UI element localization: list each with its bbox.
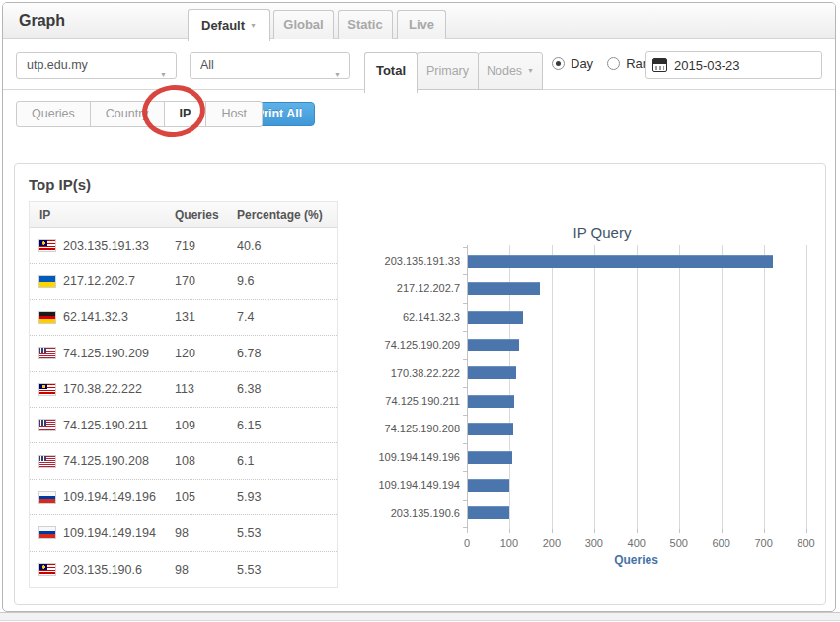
chart-category-label: 74.125.190.208 (364, 415, 460, 442)
calendar-icon (652, 58, 667, 72)
report-panel: Top IP(s) IP Queries Percentage (%) 203.… (14, 163, 826, 605)
chart-bar (468, 423, 513, 435)
page-title: Graph (19, 3, 65, 39)
chart-gridline (679, 245, 680, 529)
x-axis-tick-label: 200 (530, 537, 573, 549)
tab-default-label: Default (201, 18, 245, 33)
y-axis-tick (463, 471, 467, 472)
chevron-down-icon: ▼ (160, 62, 167, 87)
chart-bar (468, 366, 516, 379)
day-radio[interactable] (552, 57, 565, 70)
chart-gridline (806, 245, 807, 529)
chart-gridline (764, 245, 765, 529)
chart-category-label: 217.12.202.7 (364, 274, 460, 302)
x-axis-tick (637, 529, 638, 533)
x-axis-tick (722, 529, 723, 533)
chart-bar (468, 339, 519, 351)
tab-primary[interactable]: Primary (417, 52, 479, 90)
x-axis-tick (467, 529, 468, 533)
x-axis-tick (764, 529, 765, 533)
x-axis-tick-label: 100 (488, 537, 531, 549)
x-axis-tick (594, 529, 595, 533)
x-axis-tick-label: 0 (445, 537, 489, 549)
x-axis-title: Queries (467, 553, 805, 567)
y-axis-tick (463, 331, 467, 332)
chart-category-label: 203.135.191.33 (364, 247, 460, 274)
range-radio[interactable] (607, 57, 620, 70)
y-axis-tick (463, 303, 467, 304)
y-axis-tick (463, 359, 467, 360)
x-axis-tick-label: 800 (785, 537, 828, 549)
chevron-down-icon: ▼ (527, 67, 534, 74)
y-axis-tick (463, 500, 467, 501)
date-value: 2015-03-23 (674, 58, 740, 73)
chart-category-label: 170.38.22.222 (364, 359, 460, 387)
chart-bar (468, 255, 773, 268)
domain-select-value: utp.edu.my (27, 58, 88, 72)
x-axis-tick-label: 400 (615, 537, 658, 549)
tab-global[interactable]: Global (273, 10, 334, 39)
domain-select[interactable]: utp.edu.my ▼ (16, 52, 177, 79)
chart-gridline (722, 245, 723, 529)
chart-gridline (552, 245, 553, 529)
chart-category-label: 74.125.190.211 (364, 387, 460, 415)
app-window: Graph Default▼ Global Static Live utp.ed… (0, 0, 840, 622)
x-axis-tick (552, 529, 553, 533)
x-axis-tick (806, 529, 807, 533)
chart-bar (468, 282, 540, 295)
x-axis-tick-label: 300 (573, 537, 616, 549)
chart-category-label: 62.141.32.3 (364, 303, 460, 331)
chart-category-label: 203.135.190.6 (364, 500, 460, 527)
chart-gridline (594, 245, 595, 529)
subtab-ip[interactable]: IP (164, 101, 207, 127)
chevron-down-icon: ▼ (334, 62, 341, 87)
tab-live[interactable]: Live (397, 10, 446, 39)
chart-category-label: 109.194.149.194 (364, 471, 460, 499)
day-radio-label: Day (571, 56, 593, 71)
y-axis-tick (463, 527, 467, 528)
report-subtabs: Queries Country IP Host (16, 101, 263, 127)
chart-category-label: 74.125.190.209 (364, 331, 460, 358)
tab-nodes[interactable]: Nodes▼ (478, 52, 543, 90)
chart-bar (468, 395, 514, 408)
subtab-country[interactable]: Country (90, 101, 165, 127)
ip-query-chart: 0100200300400500600700800203.135.191.332… (15, 164, 825, 604)
x-axis-tick-label: 500 (657, 537, 701, 549)
tab-total[interactable]: Total (364, 52, 418, 93)
y-axis-tick (463, 443, 467, 444)
chart-bar (468, 506, 509, 519)
y-axis-tick (463, 387, 467, 388)
y-axis-tick (463, 415, 467, 416)
bottom-scrollbar-track[interactable] (0, 612, 840, 621)
date-input[interactable]: 2015-03-23 (645, 51, 822, 79)
tab-static[interactable]: Static (338, 10, 393, 39)
x-axis-tick-label: 700 (742, 537, 786, 549)
chart-gridline (637, 245, 638, 529)
y-axis-tick (463, 247, 467, 248)
x-axis-tick-label: 600 (700, 537, 743, 549)
chevron-down-icon: ▼ (250, 22, 257, 29)
x-axis-tick (509, 529, 510, 533)
chart-bar (468, 311, 523, 324)
content-frame: Graph Default▼ Global Static Live utp.ed… (2, 2, 836, 612)
subtab-host[interactable]: Host (205, 101, 263, 127)
tab-nodes-label: Nodes (487, 64, 522, 78)
subtab-queries[interactable]: Queries (16, 101, 91, 127)
scope-select-value: All (200, 58, 214, 72)
x-axis-tick (679, 529, 680, 533)
tab-default[interactable]: Default▼ (188, 9, 270, 41)
chart-bar (468, 451, 512, 464)
y-axis-tick (463, 274, 467, 275)
chart-category-label: 109.194.149.196 (364, 443, 460, 471)
chart-bar (468, 479, 509, 492)
scope-select[interactable]: All ▼ (190, 52, 350, 79)
